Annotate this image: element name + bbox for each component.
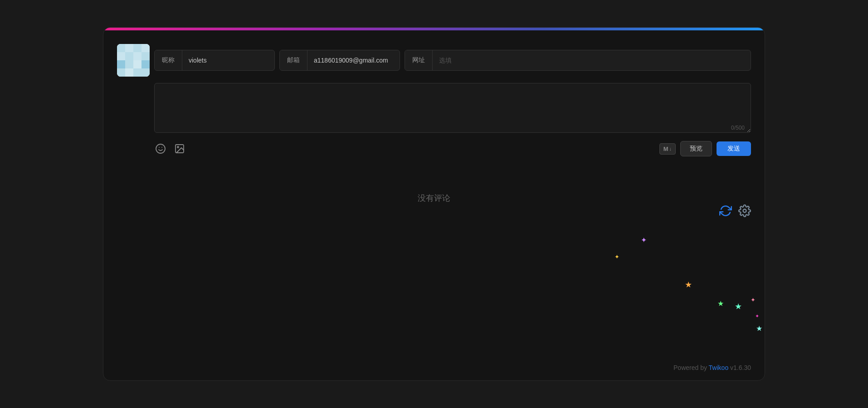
svg-rect-12 bbox=[133, 52, 141, 60]
email-label: 邮箱 bbox=[280, 50, 307, 70]
nickname-input[interactable] bbox=[182, 50, 274, 70]
footer-twikoo-link[interactable]: Twikoo bbox=[709, 364, 729, 371]
md-label: M bbox=[663, 146, 668, 152]
svg-rect-11 bbox=[125, 44, 133, 52]
star-6: ✦ bbox=[751, 296, 756, 303]
svg-point-19 bbox=[177, 146, 179, 148]
svg-rect-10 bbox=[141, 68, 150, 77]
settings-icon[interactable] bbox=[738, 204, 751, 220]
svg-rect-14 bbox=[141, 44, 150, 52]
stars-container: ✦ ✦ ★ ★ ★ ✦ ✦ ★ bbox=[629, 231, 765, 344]
markdown-badge[interactable]: M ↓ bbox=[659, 143, 676, 155]
avatar bbox=[117, 44, 150, 77]
refresh-icon[interactable] bbox=[719, 204, 732, 220]
star-8: ★ bbox=[756, 324, 762, 333]
svg-rect-3 bbox=[133, 44, 141, 52]
svg-rect-6 bbox=[133, 68, 141, 77]
star-1: ✦ bbox=[641, 236, 647, 244]
toolbar-right: M ↓ 预览 发送 bbox=[659, 141, 751, 156]
email-input[interactable] bbox=[307, 50, 400, 70]
svg-rect-8 bbox=[141, 60, 150, 68]
comment-textarea[interactable] bbox=[154, 83, 751, 133]
form-row: 昵称 邮箱 网址 bbox=[117, 44, 751, 77]
toolbar: M ↓ 预览 发送 bbox=[154, 141, 751, 156]
svg-rect-13 bbox=[117, 52, 125, 60]
svg-point-20 bbox=[743, 209, 746, 213]
action-icons bbox=[719, 204, 751, 220]
star-4: ★ bbox=[717, 299, 724, 308]
footer: Powered by Twikoo v1.6.30 bbox=[673, 364, 751, 371]
url-label: 网址 bbox=[405, 50, 433, 70]
toolbar-icons bbox=[154, 142, 186, 155]
nickname-input-group: 昵称 bbox=[154, 50, 275, 71]
star-7: ✦ bbox=[755, 313, 759, 319]
svg-rect-7 bbox=[117, 60, 125, 68]
footer-powered-by: Powered by bbox=[673, 364, 709, 371]
svg-rect-4 bbox=[141, 52, 150, 60]
url-input-group: 网址 bbox=[405, 50, 751, 71]
main-content: 昵称 邮箱 网址 0/500 bbox=[103, 30, 765, 235]
email-input-group: 邮箱 bbox=[279, 50, 400, 71]
no-comments-label: 没有评论 bbox=[117, 193, 751, 204]
preview-button[interactable]: 预览 bbox=[680, 141, 712, 156]
svg-rect-2 bbox=[125, 52, 133, 60]
star-5: ★ bbox=[735, 301, 742, 311]
md-arrow: ↓ bbox=[669, 146, 672, 151]
app-window: 昵称 邮箱 网址 0/500 bbox=[103, 27, 765, 381]
textarea-wrapper: 0/500 bbox=[154, 83, 751, 135]
svg-rect-5 bbox=[125, 60, 133, 68]
svg-point-15 bbox=[156, 144, 165, 153]
image-button[interactable] bbox=[173, 142, 186, 155]
url-input[interactable] bbox=[433, 50, 751, 70]
nickname-label: 昵称 bbox=[155, 50, 182, 70]
svg-rect-1 bbox=[117, 44, 125, 52]
emoji-button[interactable] bbox=[154, 142, 167, 155]
send-button[interactable]: 发送 bbox=[717, 141, 751, 156]
footer-version: v1.6.30 bbox=[728, 364, 751, 371]
svg-rect-9 bbox=[117, 68, 125, 77]
char-count: 0/500 bbox=[731, 125, 745, 131]
star-3: ★ bbox=[685, 280, 692, 290]
star-2: ✦ bbox=[614, 253, 619, 260]
